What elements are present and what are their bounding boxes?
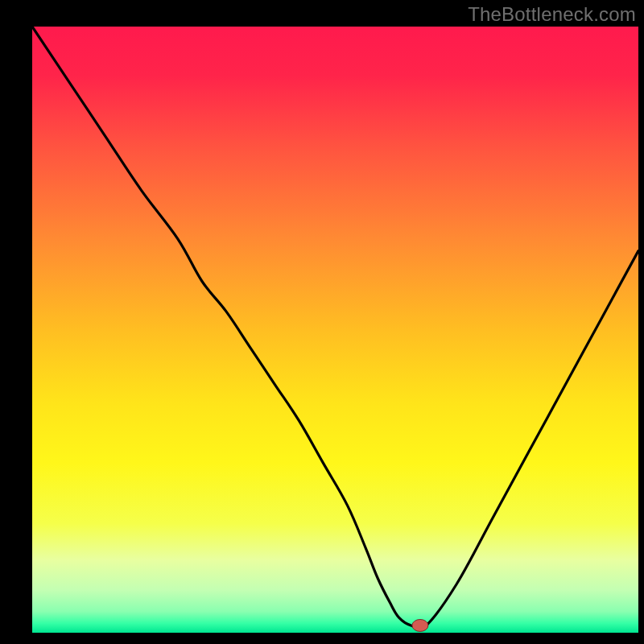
optimum-marker [412, 619, 428, 631]
gradient-background [32, 27, 638, 633]
chart-frame: TheBottleneck.com [0, 0, 644, 644]
watermark-text: TheBottleneck.com [468, 3, 636, 26]
plot-area [32, 27, 638, 633]
chart-svg [32, 27, 638, 633]
